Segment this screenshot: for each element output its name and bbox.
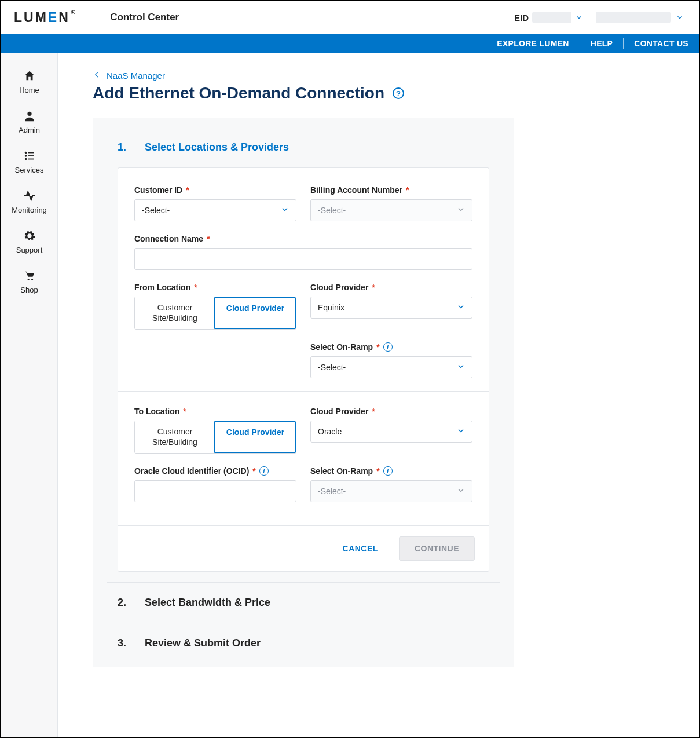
sidebar-item-services[interactable]: Services <box>1 141 57 181</box>
breadcrumb-label: NaaS Manager <box>107 71 165 81</box>
svg-point-5 <box>24 158 27 160</box>
sidebar-item-label: Monitoring <box>12 206 47 214</box>
svg-point-8 <box>31 279 33 280</box>
step-2-header[interactable]: 2. Select Bandwidth & Price <box>107 582 500 623</box>
list-icon <box>23 149 36 162</box>
utility-bar: EXPLORE LUMEN HELP CONTACT US <box>1 34 699 53</box>
continue-button[interactable]: CONTINUE <box>399 536 475 561</box>
customer-id-select[interactable]: -Select- <box>134 199 296 221</box>
chevron-left-icon <box>93 71 101 81</box>
divider <box>580 38 580 49</box>
svg-point-7 <box>27 279 29 280</box>
sidebar-item-label: Support <box>16 246 43 254</box>
sidebar-item-label: Shop <box>20 286 38 294</box>
sidebar-item-shop[interactable]: Shop <box>1 261 57 301</box>
step-number: 1. <box>118 141 126 154</box>
sidebar-item-home[interactable]: Home <box>1 61 57 101</box>
lumen-logo: LUMEN® <box>14 10 75 25</box>
content: NaaS Manager Add Ethernet On-Demand Conn… <box>58 53 699 737</box>
connection-name-input[interactable] <box>134 248 472 270</box>
cart-icon <box>23 269 36 282</box>
to-location-toggle: Customer Site/Building Cloud Provider <box>134 421 296 454</box>
from-onramp-label: Select On-Ramp* i <box>310 342 472 352</box>
info-icon[interactable]: i <box>383 342 393 352</box>
contact-us-link[interactable]: CONTACT US <box>634 39 688 48</box>
page-title-text: Add Ethernet On-Demand Connection <box>93 84 384 103</box>
divider <box>623 38 624 49</box>
ban-select[interactable]: -Select- <box>310 199 472 221</box>
sidebar-item-admin[interactable]: Admin <box>1 101 57 141</box>
chevron-down-icon <box>575 13 583 21</box>
gear-icon <box>23 229 36 242</box>
svg-point-1 <box>24 152 27 154</box>
ban-label: Billing Account Number* <box>310 185 472 195</box>
step-1-footer: CANCEL CONTINUE <box>118 525 489 571</box>
activity-icon <box>23 189 36 202</box>
svg-point-3 <box>24 155 27 157</box>
customer-id-label: Customer ID* <box>134 185 296 195</box>
chevron-down-icon <box>676 13 684 21</box>
from-location-label: From Location* <box>134 283 296 292</box>
ocid-input[interactable] <box>134 480 296 502</box>
from-cloud-provider-select[interactable]: Equinix <box>310 297 472 319</box>
step-number: 3. <box>118 637 126 649</box>
svg-rect-6 <box>28 159 34 160</box>
help-icon[interactable]: ? <box>393 87 404 99</box>
to-cloud-provider-option[interactable]: Cloud Provider <box>214 421 296 454</box>
ocid-label: Oracle Cloud Identifier (OCID)* i <box>134 466 296 476</box>
user-icon <box>23 109 36 122</box>
step-3-header[interactable]: 3. Review & Submit Order <box>107 623 500 663</box>
breadcrumb-back[interactable]: NaaS Manager <box>93 71 514 81</box>
app-title: Control Center <box>110 12 179 23</box>
from-onramp-select[interactable]: -Select- <box>310 356 472 378</box>
sidebar-item-label: Services <box>15 166 44 174</box>
info-icon[interactable]: i <box>259 466 269 476</box>
help-link[interactable]: HELP <box>591 39 613 48</box>
svg-point-0 <box>27 112 31 116</box>
to-location-label: To Location* <box>134 407 296 416</box>
sidebar-item-support[interactable]: Support <box>1 221 57 261</box>
eid-selector[interactable]: EID <box>514 12 583 23</box>
app-header: LUMEN® Control Center EID <box>1 1 699 34</box>
from-cloud-provider-label: Cloud Provider* <box>310 283 472 292</box>
connection-name-label: Connection Name* <box>134 234 472 243</box>
sidebar-item-label: Admin <box>19 126 40 134</box>
step-1-card: Customer ID* -Select- <box>118 167 489 572</box>
from-customer-site-option[interactable]: Customer Site/Building <box>135 297 215 329</box>
svg-rect-2 <box>28 152 34 154</box>
page-title: Add Ethernet On-Demand Connection ? <box>93 84 514 103</box>
info-icon[interactable]: i <box>383 466 393 476</box>
to-customer-site-option[interactable]: Customer Site/Building <box>135 421 215 453</box>
home-icon <box>23 70 36 82</box>
wizard-panel: 1. Select Locations & Providers Customer… <box>93 118 514 667</box>
to-onramp-select[interactable]: -Select- <box>310 480 472 502</box>
svg-rect-4 <box>28 155 34 156</box>
eid-value-redacted <box>532 12 571 23</box>
step-title: Select Locations & Providers <box>145 141 289 154</box>
step-title: Select Bandwidth & Price <box>145 597 270 609</box>
step-1-header: 1. Select Locations & Providers <box>107 141 500 167</box>
step-title: Review & Submit Order <box>145 637 261 649</box>
section-divider <box>118 391 489 392</box>
to-cloud-provider-label: Cloud Provider* <box>310 407 472 416</box>
to-onramp-label: Select On-Ramp* i <box>310 466 472 476</box>
user-selector[interactable] <box>583 12 684 23</box>
sidebar-item-label: Home <box>19 86 39 94</box>
sidebar: Home Admin Services Monitoring Support <box>1 53 58 737</box>
user-value-redacted <box>596 12 671 23</box>
to-cloud-provider-select[interactable]: Oracle <box>310 421 472 443</box>
step-number: 2. <box>118 597 126 609</box>
explore-lumen-link[interactable]: EXPLORE LUMEN <box>497 39 569 48</box>
sidebar-item-monitoring[interactable]: Monitoring <box>1 181 57 221</box>
cancel-button[interactable]: CANCEL <box>339 543 382 554</box>
from-cloud-provider-option[interactable]: Cloud Provider <box>214 297 296 330</box>
from-location-toggle: Customer Site/Building Cloud Provider <box>134 297 296 330</box>
eid-label: EID <box>514 13 529 23</box>
